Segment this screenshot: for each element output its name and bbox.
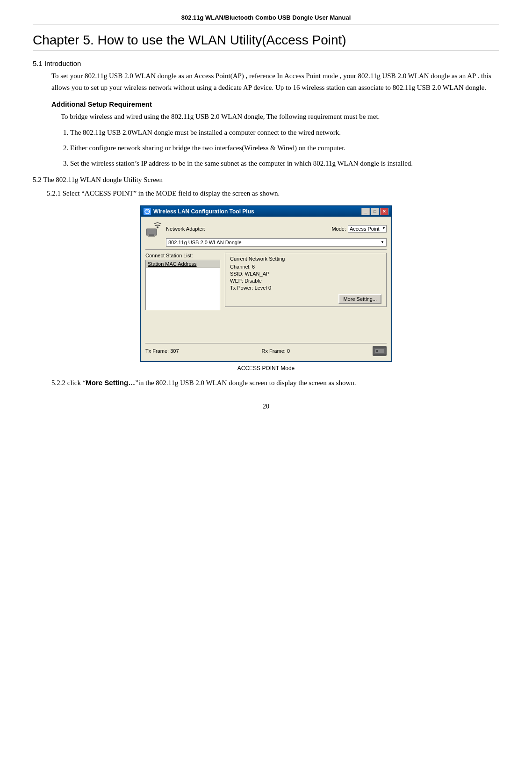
titlebar-buttons[interactable]: _ □ ✕ — [361, 208, 388, 215]
txpower-line: Tx Power: Level 0 — [230, 285, 381, 291]
adapter-name-text: 802.11g USB 2.0 WLAN Dongle — [168, 240, 242, 245]
adapter-name-box[interactable]: 802.11g USB 2.0 WLAN Dongle — [166, 238, 387, 247]
mode-row: Mode: Access Point Station — [331, 225, 387, 233]
additional-setup-heading: Additional Setup Requirement — [51, 100, 499, 108]
usb-icon — [373, 346, 387, 356]
chapter-title: Chapter 5. How to use the WLAN Utility(A… — [33, 33, 499, 51]
more-setting-button[interactable]: More Setting... — [338, 294, 381, 304]
bottom-frames-row: Tx Frame: 307 Rx Frame: 0 — [145, 343, 387, 357]
dialog-body: Network Adapter: Mode: Access Point Stat… — [141, 217, 391, 361]
requirement-item-1: The 802.11g USB 2.0WLAN dongle must be i… — [70, 127, 499, 139]
left-panel: Connect Station List: Station MAC Addres… — [145, 253, 220, 310]
network-setting-title: Current Network Setting — [230, 256, 381, 262]
restore-button[interactable]: □ — [371, 208, 379, 215]
adapter-info: Network Adapter: — [166, 226, 205, 232]
page-number: 20 — [33, 403, 499, 410]
rx-frame-text: Rx Frame: 0 — [262, 348, 290, 354]
connect-station-label: Connect Station List: — [145, 253, 220, 258]
app-icon — [144, 208, 151, 215]
svg-point-0 — [145, 209, 150, 214]
dialog-caption: ACCESS POINT Mode — [140, 365, 392, 372]
mode-label: Mode: — [331, 226, 346, 232]
right-panel: Current Network Setting Channel: 6 SSID:… — [225, 253, 387, 310]
svg-rect-2 — [149, 234, 154, 236]
requirement-item-2: Either configure network sharing or brid… — [70, 142, 499, 154]
mode-select[interactable]: Access Point Station — [348, 225, 387, 233]
svg-rect-1 — [146, 229, 157, 235]
station-mac-header[interactable]: Station MAC Address — [145, 260, 220, 268]
adapter-label: Network Adapter: — [166, 226, 205, 232]
section-51-label: 5.1 Introduction — [33, 59, 499, 67]
channel-line: Channel: 6 — [230, 264, 381, 270]
station-list-area — [145, 268, 220, 310]
more-setting-bold: More Setting… — [86, 379, 135, 386]
close-button[interactable]: ✕ — [380, 208, 388, 215]
wep-line: WEP: Disable — [230, 278, 381, 284]
header-bar: 802.11g WLAN/Bluetooth Combo USB Dongle … — [33, 14, 499, 24]
adapter-row: Network Adapter: Mode: Access Point Stat… — [145, 220, 387, 237]
adapter-name-row: 802.11g USB 2.0 WLAN Dongle — [145, 238, 387, 247]
section-522-end: ”in the 802.11g USB 2.0 WLAN dongle scre… — [135, 379, 356, 386]
section-522-start: 5.2.2 click “ — [51, 379, 86, 386]
dialog-box: Wireless LAN Configuration Tool Plus _ □… — [140, 205, 392, 362]
mode-select-wrap[interactable]: Access Point Station — [348, 225, 387, 233]
tx-frame-text: Tx Frame: 307 — [145, 348, 179, 354]
dialog-titlebar: Wireless LAN Configuration Tool Plus _ □… — [141, 206, 391, 217]
dialog-title: Wireless LAN Configuration Tool Plus — [153, 208, 254, 215]
requirements-list: The 802.11g USB 2.0WLAN dongle must be i… — [70, 127, 499, 169]
ssid-line: SSID: WLAN_AP — [230, 271, 381, 277]
minimize-button[interactable]: _ — [361, 208, 370, 215]
section-521-label: 5.2.1 Select “ACCESS POINT” in the MODE … — [47, 188, 499, 199]
adapter-left: Network Adapter: — [145, 220, 205, 237]
spacer-area — [145, 310, 387, 343]
header-title: 802.11g WLAN/Bluetooth Combo USB Dongle … — [181, 14, 351, 21]
sub-intro-text: To bridge wireless and wired using the 8… — [61, 111, 499, 123]
titlebar-left: Wireless LAN Configuration Tool Plus — [144, 208, 254, 215]
network-setting-box: Current Network Setting Channel: 6 SSID:… — [225, 253, 387, 307]
svg-rect-3 — [148, 236, 155, 237]
wifi-adapter-icon — [145, 220, 162, 237]
main-content-row: Connect Station List: Station MAC Addres… — [145, 249, 387, 310]
section-51-intro: To set your 802.11g USB 2.0 WLAN dongle … — [51, 70, 499, 94]
svg-point-4 — [157, 226, 158, 228]
section-52-label: 5.2 The 802.11g WLAN dongle Utility Scre… — [33, 176, 499, 184]
section-522: 5.2.2 click “More Setting…”in the 802.11… — [51, 377, 499, 389]
dialog-wrapper: Wireless LAN Configuration Tool Plus _ □… — [140, 205, 392, 372]
requirement-item-3: Set the wireless station’s IP address to… — [70, 158, 499, 169]
svg-rect-7 — [376, 350, 378, 352]
